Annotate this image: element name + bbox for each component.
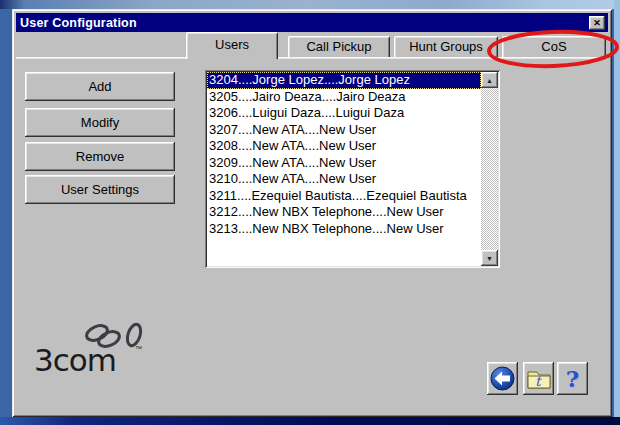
user-list-item[interactable]: 3212....New NBX Telephone....New User — [207, 204, 481, 221]
add-button[interactable]: Add — [25, 72, 175, 101]
tab-label: Call Pickup — [306, 39, 371, 54]
scroll-up-button[interactable]: ▲ — [481, 72, 498, 88]
user-list-item[interactable]: 3206....Luigui Daza....Luigui Daza — [207, 105, 481, 122]
user-configuration-dialog: User Configuration ✕ Users Call Pickup H… — [12, 9, 612, 417]
user-list-item[interactable]: 3213....New NBX Telephone....New User — [207, 221, 481, 238]
tab-hunt-groups[interactable]: Hunt Groups — [394, 36, 498, 57]
help-icon: ? — [566, 367, 579, 390]
folder-icon: t — [526, 367, 552, 391]
close-button[interactable]: ✕ — [589, 16, 605, 30]
folder-button[interactable]: t — [523, 362, 554, 395]
user-list-item[interactable]: 3209....New ATA....New User — [207, 155, 481, 172]
close-icon: ✕ — [593, 18, 601, 28]
button-label: Modify — [81, 115, 119, 130]
button-label: Remove — [76, 149, 124, 164]
list-scrollbar[interactable]: ▲ ▼ — [481, 72, 498, 266]
back-button[interactable] — [487, 362, 518, 395]
backdrop-bottom-strip — [0, 417, 620, 425]
tab-cos[interactable]: CoS — [502, 36, 606, 57]
user-list-rows: 3204....Jorge Lopez....Jorge Lopez 3205.… — [207, 72, 481, 266]
user-list-item[interactable]: 3208....New ATA....New User — [207, 138, 481, 155]
user-list-item[interactable]: 3205....Jairo Deaza....Jairo Deaza — [207, 89, 481, 106]
3com-logo: 3com ™ — [30, 312, 160, 387]
window-title: User Configuration — [16, 16, 137, 30]
help-button[interactable]: ? — [557, 362, 588, 395]
3com-wordmark: 3com — [34, 342, 116, 378]
button-label: User Settings — [61, 182, 139, 197]
scroll-down-icon: ▼ — [486, 255, 493, 262]
button-label: Add — [88, 79, 111, 94]
scroll-up-icon: ▲ — [486, 77, 493, 84]
backdrop-top-strip — [0, 0, 620, 9]
titlebar[interactable]: User Configuration ✕ — [16, 13, 608, 32]
user-list-item[interactable]: 3204....Jorge Lopez....Jorge Lopez — [207, 72, 481, 89]
user-list-item[interactable]: 3207....New ATA....New User — [207, 122, 481, 139]
scroll-down-button[interactable]: ▼ — [481, 250, 498, 266]
user-listbox[interactable]: 3204....Jorge Lopez....Jorge Lopez 3205.… — [205, 70, 500, 268]
tab-label: Users — [215, 37, 249, 52]
back-arrow-icon — [490, 366, 515, 391]
tab-baseline — [16, 57, 608, 59]
modify-button[interactable]: Modify — [25, 108, 175, 137]
user-list-item[interactable]: 3210....New ATA....New User — [207, 171, 481, 188]
tab-users[interactable]: Users — [186, 32, 278, 59]
tab-call-pickup[interactable]: Call Pickup — [288, 36, 390, 57]
user-list-item[interactable]: 3211....Ezequiel Bautista....Ezequiel Ba… — [207, 188, 481, 205]
remove-button[interactable]: Remove — [25, 142, 175, 171]
tab-label: CoS — [541, 39, 566, 54]
tab-label: Hunt Groups — [409, 39, 483, 54]
backdrop-right-strip — [614, 0, 620, 425]
user-settings-button[interactable]: User Settings — [25, 175, 175, 204]
3com-trademark: ™ — [135, 345, 142, 352]
